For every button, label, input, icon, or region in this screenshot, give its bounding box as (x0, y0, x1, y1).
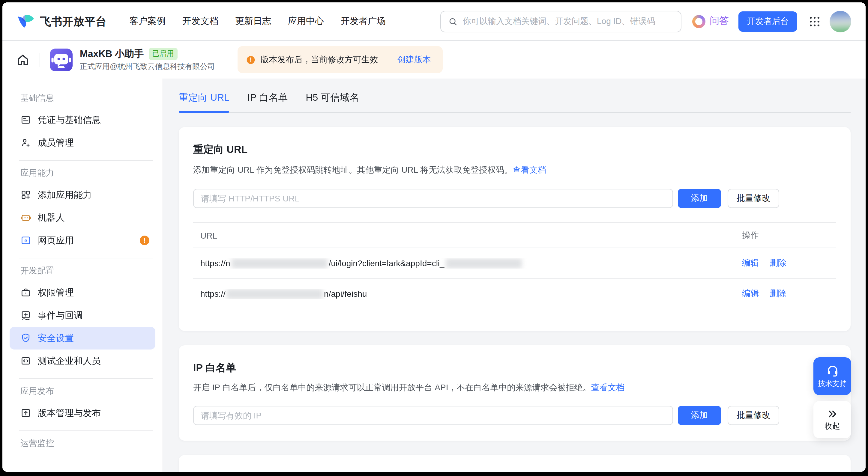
maxkb-app-icon (50, 48, 72, 71)
card-description: 开启 IP 白名单后，仅白名单中的来源请求可以正常调用开放平台 API，不在白名… (193, 382, 836, 393)
double-chevron-right-icon (827, 408, 838, 419)
actions-column-header: 操作 (740, 230, 836, 241)
robot-icon (21, 212, 31, 223)
url-column-header: URL (193, 231, 740, 240)
create-version-link[interactable]: 创建版本 (397, 54, 431, 65)
sidebar-section-label: 开发配置 (21, 266, 152, 276)
sidebar-item[interactable]: 机器人 (9, 206, 155, 229)
sidebar-item[interactable]: e网页应用! (9, 229, 155, 252)
batch-edit-button[interactable]: 批量修改 (727, 189, 779, 208)
url-cell: https://n/ui/login?client=lark&appId=cli… (193, 258, 740, 268)
collapse-label: 收起 (825, 420, 840, 431)
status-badge: 已启用 (149, 48, 177, 60)
tab-active[interactable]: 重定向 URL (179, 92, 229, 104)
user-avatar[interactable] (830, 10, 851, 32)
add-ip-button[interactable]: 添加 (678, 406, 721, 425)
sidebar-item-label: 网页应用 (38, 235, 74, 246)
publish-icon (21, 408, 31, 418)
url-table: URL 操作 https://n/ui/login?client=lark&ap… (193, 223, 836, 309)
sidebar-divider (19, 431, 153, 431)
sidebar-item[interactable]: 安全设置 (9, 327, 155, 349)
sidebar-item[interactable]: 测试企业和人员 (9, 349, 155, 372)
warning-icon (246, 55, 255, 64)
sidebar-item[interactable]: 凭证与基础信息 (9, 108, 155, 131)
event-callback-icon (21, 310, 31, 321)
edit-link[interactable]: 编辑 (742, 288, 759, 299)
sidebar-item[interactable]: 成员管理 (9, 131, 155, 154)
redacted-blur (231, 258, 328, 268)
card-title: IP 白名单 (193, 361, 836, 375)
home-icon[interactable] (16, 53, 30, 67)
developer-console-button[interactable]: 开发者后台 (738, 11, 797, 31)
app-info: MaxKB 小助手 已启用 正式应用@杭州飞致云信息科技有限公司 (80, 48, 215, 72)
table-header: URL 操作 (193, 223, 836, 248)
edit-link[interactable]: 编辑 (742, 258, 759, 269)
nav-item[interactable]: 更新日志 (235, 15, 271, 27)
feishu-logo-icon (17, 12, 35, 30)
headset-icon (826, 364, 839, 377)
qa-swirl-icon (692, 15, 706, 28)
version-warning-banner: 版本发布后，当前修改方可生效 创建版本 (238, 46, 443, 73)
tech-support-button[interactable]: 技术支持 (813, 357, 851, 395)
alert-badge: ! (140, 236, 149, 245)
ip-input[interactable] (193, 406, 673, 425)
url-text: https:// (200, 289, 225, 299)
url-text: https://n (200, 259, 230, 268)
sidebar-item[interactable]: 版本管理与发布 (9, 402, 155, 424)
app-header-bar: MaxKB 小助手 已启用 正式应用@杭州飞致云信息科技有限公司 版本发布后，当… (2, 41, 866, 78)
briefcase-icon (21, 287, 31, 298)
nav-item[interactable]: 客户案例 (130, 15, 165, 27)
shield-check-icon (21, 333, 31, 343)
card-title: 重定向 URL (193, 143, 836, 157)
tab-inactive[interactable]: IP 白名单 (247, 92, 288, 104)
add-url-button[interactable]: 添加 (678, 189, 721, 208)
page: 飞书开放平台 客户案例开发文档更新日志应用中心开发者广场 你可以输入文档关键词、… (0, 0, 868, 476)
sidebar-item-label: 安全设置 (38, 332, 74, 344)
sidebar-item[interactable]: 事件与回调 (9, 304, 155, 327)
search-icon (448, 16, 458, 26)
url-cell: https://n/api/feishu (193, 288, 740, 299)
app-grid-icon[interactable] (808, 15, 821, 28)
sidebar-section-label: 运营监控 (21, 438, 152, 449)
app-name: MaxKB 小助手 (80, 48, 144, 60)
search-placeholder: 你可以输入文档关键词、开发问题、Log ID、错误码 (463, 16, 655, 27)
url-table-row: https://n/ui/login?client=lark&appId=cli… (193, 248, 836, 279)
card-description: 添加重定向 URL 作为免登授权码跳转地址。其他重定向 URL 将无法获取免登授… (193, 165, 836, 176)
tab-inactive[interactable]: H5 可信域名 (306, 92, 359, 104)
redacted-blur (446, 258, 522, 268)
sidebar-item-label: 机器人 (38, 212, 65, 223)
batch-edit-button[interactable]: 批量修改 (727, 406, 779, 425)
nav-item[interactable]: 开发文档 (182, 15, 218, 27)
sidebar-section-label: 基础信息 (21, 93, 152, 104)
web-app-icon: e (21, 235, 31, 246)
primary-nav: 客户案例开发文档更新日志应用中心开发者广场 (130, 15, 386, 27)
url-text: n/api/feishu (324, 289, 367, 299)
sidebar-divider (19, 258, 153, 259)
redacted-blur (227, 288, 323, 299)
sidebar-item-label: 成员管理 (38, 137, 74, 148)
brand-title: 飞书开放平台 (40, 14, 107, 29)
main-content: 重定向 URLIP 白名单H5 可信域名 重定向 URL 添加重定向 URL 作… (163, 78, 866, 472)
brand[interactable]: 飞书开放平台 (17, 12, 107, 30)
actions-cell: 编辑删除 (740, 258, 836, 269)
credential-card-icon (21, 114, 31, 125)
svg-text:e: e (24, 237, 27, 243)
delete-link[interactable]: 删除 (770, 288, 786, 299)
sidebar-item-label: 权限管理 (38, 287, 74, 298)
view-docs-link[interactable]: 查看文档 (513, 165, 546, 174)
nav-item[interactable]: 应用中心 (288, 15, 324, 27)
url-input-row: 添加 批量修改 (193, 189, 836, 208)
ip-whitelist-card: IP 白名单 开启 IP 白名单后，仅白名单中的来源请求可以正常调用开放平台 A… (179, 345, 850, 441)
nav-item[interactable]: 开发者广场 (341, 15, 386, 27)
app-subtitle: 正式应用@杭州飞致云信息科技有限公司 (80, 62, 215, 72)
url-input[interactable] (193, 189, 673, 208)
sidebar-item-label: 版本管理与发布 (38, 407, 101, 419)
qa-label: 问答 (710, 15, 729, 28)
collapse-button[interactable]: 收起 (813, 401, 851, 438)
sidebar-item[interactable]: 添加应用能力 (9, 183, 155, 206)
sidebar-item[interactable]: 权限管理 (9, 281, 155, 304)
qa-button[interactable]: 问答 (692, 15, 729, 28)
view-docs-link[interactable]: 查看文档 (591, 382, 624, 392)
delete-link[interactable]: 删除 (770, 258, 786, 269)
search-input[interactable]: 你可以输入文档关键词、开发问题、Log ID、错误码 (440, 10, 681, 32)
